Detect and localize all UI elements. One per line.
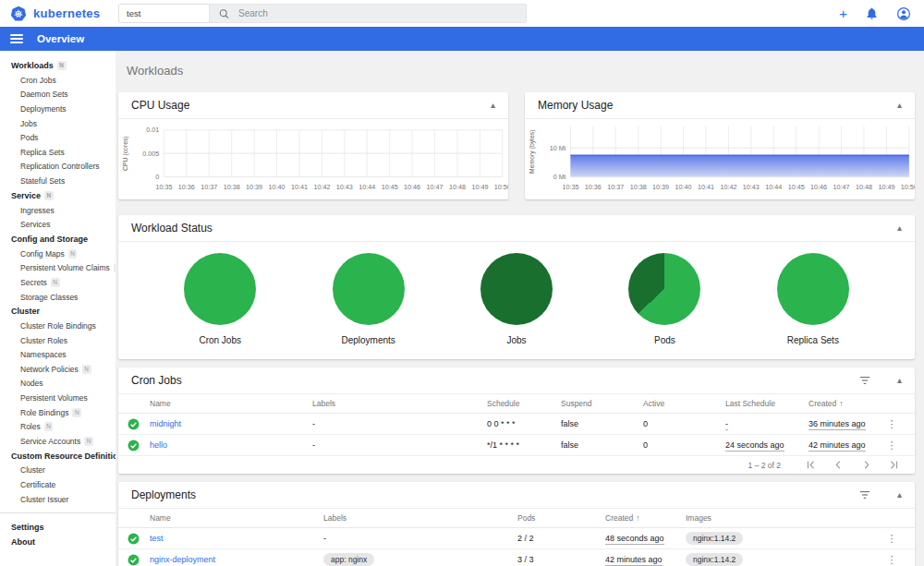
sidebar-item[interactable]: Config Maps N xyxy=(0,247,116,261)
sidebar-item-label: Certificate xyxy=(20,480,55,489)
sidebar-item[interactable]: Role Bindings N xyxy=(0,405,116,420)
namespace-select[interactable]: test ▾ xyxy=(118,4,222,23)
sidebar-item[interactable]: Namespaces xyxy=(0,348,116,363)
cronjob-name-link[interactable]: hello xyxy=(150,440,312,450)
namespaced-badge: N xyxy=(44,422,54,431)
row-menu-button[interactable]: ⋮ xyxy=(887,440,897,452)
sidebar-item[interactable]: Replica Sets xyxy=(0,145,116,160)
row-menu-button[interactable]: ⋮ xyxy=(887,533,897,545)
sidebar-item[interactable]: Ingresses xyxy=(0,203,116,218)
sort-ascending-icon: ↑ xyxy=(636,513,639,523)
first-page-icon[interactable] xyxy=(805,459,817,471)
sidebar-item[interactable]: Deployments xyxy=(0,102,116,116)
collapse-card-button[interactable]: ▴ xyxy=(897,223,902,233)
cell-last-schedule: 24 seconds ago xyxy=(725,440,784,452)
sidebar-item[interactable]: Replication Controllers xyxy=(0,160,116,175)
sidebar-section-header[interactable]: Cluster xyxy=(0,304,116,319)
sidebar-item-label: Persistent Volume Claims xyxy=(20,263,110,272)
row-menu-button[interactable]: ⋮ xyxy=(887,418,897,430)
cronjob-name-link[interactable]: midnight xyxy=(150,419,312,428)
column-header[interactable]: Labels xyxy=(323,513,517,523)
sidebar-item[interactable]: Persistent Volume Claims N xyxy=(0,261,116,276)
collapse-card-button[interactable]: ▴ xyxy=(897,101,902,110)
pagination-bar: 1 – 2 of 2 xyxy=(118,456,915,474)
namespaced-badge: N xyxy=(72,408,81,417)
row-menu-button[interactable]: ⋮ xyxy=(887,554,897,566)
svg-text:10:36: 10:36 xyxy=(585,184,602,190)
sidebar-section-header[interactable]: Workloads N xyxy=(0,58,116,73)
sidebar-footer-item[interactable]: About xyxy=(0,535,116,549)
column-header[interactable]: Created ↑ xyxy=(808,399,878,408)
sidebar-item[interactable]: Cron Jobs xyxy=(0,73,116,88)
deployments-card: Deployments ▴ xyxy=(118,482,915,566)
sidebar-item[interactable]: Stateful Sets xyxy=(0,174,116,188)
column-header[interactable]: Created ↑ xyxy=(605,513,686,523)
sidebar-item[interactable]: Service Accounts N xyxy=(0,434,116,449)
sidebar-item[interactable]: Network Policies N xyxy=(0,362,116,377)
column-header[interactable]: Schedule xyxy=(487,399,561,408)
hamburger-menu-icon[interactable] xyxy=(10,34,23,43)
column-header[interactable]: Labels xyxy=(312,399,487,408)
sidebar-item-label: Cluster Roles xyxy=(20,336,67,345)
sidebar-item-label: Stateful Sets xyxy=(20,176,65,186)
collapse-card-button[interactable]: ▴ xyxy=(897,376,902,385)
sidebar-item[interactable]: Cluster xyxy=(0,464,116,478)
create-resource-button[interactable]: + xyxy=(839,6,847,20)
svg-text:CPU (cores): CPU (cores) xyxy=(122,136,129,171)
memory-usage-chart: 10:3510:3610:3710:3810:3910:4010:4110:42… xyxy=(525,121,915,199)
sidebar-item[interactable]: Nodes xyxy=(0,377,116,391)
sidebar-section-header[interactable]: Config and Storage xyxy=(0,232,116,247)
sidebar-item[interactable]: Persistent Volumes xyxy=(0,391,116,405)
workload-pie-label: Replica Sets xyxy=(787,335,839,345)
cpu-usage-card: CPU Usage ▴ 10:3510:3610:3710:3810:3910:… xyxy=(118,92,508,199)
notifications-bell-icon[interactable] xyxy=(865,6,879,20)
search-bar[interactable] xyxy=(209,4,527,23)
chevron-right-icon[interactable] xyxy=(860,459,872,471)
column-header[interactable]: Pods xyxy=(517,513,605,523)
sidebar-section-header[interactable]: Custom Resource Definitions xyxy=(0,449,116,464)
collapse-card-button[interactable]: ▴ xyxy=(491,101,495,110)
sidebar-item[interactable]: Cluster Roles xyxy=(0,333,116,348)
sidebar-item[interactable]: Secrets N xyxy=(0,275,116,290)
sidebar-item[interactable]: Jobs xyxy=(0,116,116,131)
sidebar-footer-item[interactable]: Settings xyxy=(0,520,116,535)
deployment-row: test - 2 / 2 48 seconds ago nginx:1.14.2… xyxy=(118,528,915,549)
svg-text:10:41: 10:41 xyxy=(698,184,714,190)
sidebar-item-label: Replication Controllers xyxy=(20,162,100,171)
svg-text:10:40: 10:40 xyxy=(675,184,692,190)
collapse-card-button[interactable]: ▴ xyxy=(897,490,902,500)
column-header[interactable]: Images xyxy=(686,513,878,523)
kubernetes-logo[interactable]: kubernetes xyxy=(9,5,100,23)
column-header[interactable]: Last Schedule xyxy=(725,399,808,408)
cell-created: 42 minutes ago xyxy=(605,555,663,566)
account-user-icon[interactable] xyxy=(896,6,911,21)
svg-text:10:42: 10:42 xyxy=(720,184,736,190)
filter-button[interactable] xyxy=(858,375,871,386)
deployment-name-link[interactable]: nginx-deployment xyxy=(150,555,323,564)
sidebar-item-label: Role Bindings xyxy=(20,408,68,417)
deployment-name-link[interactable]: test xyxy=(150,534,323,543)
sidebar-item[interactable]: Cluster Issuer xyxy=(0,492,116,507)
sidebar-item[interactable]: Certificate xyxy=(0,477,116,492)
svg-text:10:49: 10:49 xyxy=(878,184,894,190)
chevron-left-icon[interactable] xyxy=(833,459,845,471)
search-input[interactable] xyxy=(238,8,517,18)
sidebar-item[interactable]: Services xyxy=(0,217,116,232)
column-header[interactable]: Suspend xyxy=(561,399,643,408)
sidebar-item-label: Nodes xyxy=(20,379,43,388)
column-header[interactable]: Name xyxy=(150,513,323,523)
sidebar-item[interactable]: Pods xyxy=(0,130,116,145)
sidebar-item[interactable]: Cluster Role Bindings xyxy=(0,319,116,333)
column-header[interactable]: Active xyxy=(643,399,725,408)
cpu-usage-title: CPU Usage xyxy=(131,99,189,112)
sidebar-section-header[interactable]: Service N xyxy=(0,188,116,203)
filter-button[interactable] xyxy=(858,489,871,500)
sidebar-item[interactable]: Daemon Sets xyxy=(0,88,116,102)
last-page-icon[interactable] xyxy=(888,459,900,471)
sidebar-section: Custom Resource Definitions Cluster xyxy=(0,449,116,507)
column-header[interactable]: Name xyxy=(150,399,312,408)
deployments-title: Deployments xyxy=(131,488,196,501)
sidebar-item[interactable]: Storage Classes xyxy=(0,290,116,305)
svg-text:10:41: 10:41 xyxy=(291,184,308,190)
sidebar-item[interactable]: Roles N xyxy=(0,419,116,434)
